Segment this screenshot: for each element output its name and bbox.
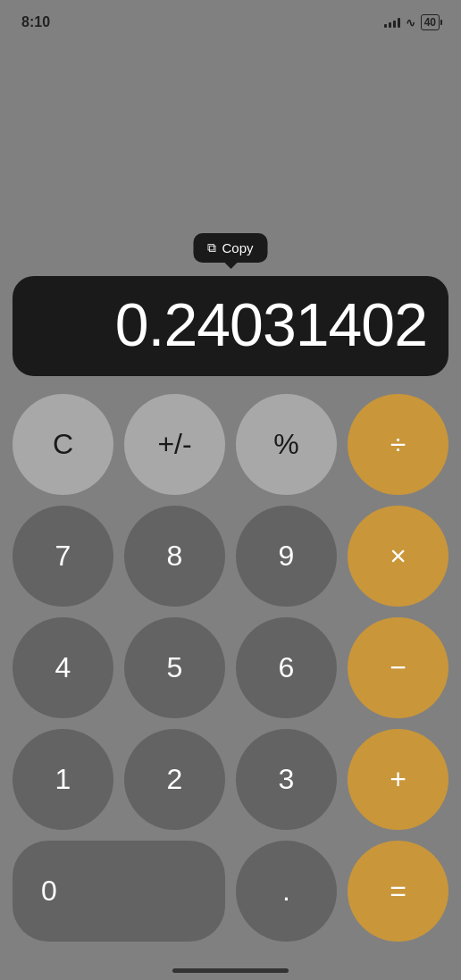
clear-button[interactable]: C xyxy=(13,394,113,495)
equals-label: = xyxy=(390,875,407,908)
decimal-button[interactable]: . xyxy=(236,841,337,942)
three-button[interactable]: 3 xyxy=(236,729,337,830)
three-label: 3 xyxy=(279,763,295,796)
wifi-icon: ∿ xyxy=(406,16,415,29)
buttons-grid: C +/- % ÷ 7 8 9 × xyxy=(13,394,448,942)
nine-button[interactable]: 9 xyxy=(236,506,337,607)
add-label: + xyxy=(390,763,407,796)
zero-label: 0 xyxy=(41,875,57,908)
divide-button[interactable]: ÷ xyxy=(348,394,448,495)
eight-label: 8 xyxy=(167,540,183,573)
decimal-label: . xyxy=(282,875,290,908)
display-container: ⧉ Copy 0.24031402 xyxy=(13,276,448,376)
seven-label: 7 xyxy=(55,540,71,573)
two-label: 2 xyxy=(167,763,183,796)
status-time: 8:10 xyxy=(21,14,50,30)
six-button[interactable]: 6 xyxy=(236,617,337,718)
nine-label: 9 xyxy=(279,540,295,573)
battery-icon: 40 xyxy=(421,14,440,30)
percent-label: % xyxy=(273,428,298,461)
copy-label: Copy xyxy=(222,240,253,255)
subtract-button[interactable]: − xyxy=(348,617,448,718)
calculator: ⧉ Copy 0.24031402 C +/- % ÷ 7 xyxy=(0,39,461,959)
one-label: 1 xyxy=(55,763,71,796)
eight-button[interactable]: 8 xyxy=(124,506,225,607)
copy-tooltip[interactable]: ⧉ Copy xyxy=(193,233,267,263)
negate-label: +/- xyxy=(157,428,191,461)
multiply-button[interactable]: × xyxy=(348,506,448,607)
divide-label: ÷ xyxy=(390,428,407,461)
seven-button[interactable]: 7 xyxy=(13,506,113,607)
copy-icon: ⧉ xyxy=(207,240,216,255)
phone-container: 8:10 ∿ 40 ⧉ Copy 0.24031402 xyxy=(0,0,461,980)
zero-button[interactable]: 0 xyxy=(13,841,225,942)
four-label: 4 xyxy=(55,651,71,684)
signal-icon xyxy=(384,17,400,28)
one-button[interactable]: 1 xyxy=(13,729,113,830)
equals-button[interactable]: = xyxy=(348,841,448,942)
negate-button[interactable]: +/- xyxy=(124,394,225,495)
subtract-label: − xyxy=(390,651,407,684)
clear-label: C xyxy=(53,428,73,461)
status-icons: ∿ 40 xyxy=(384,14,440,30)
add-button[interactable]: + xyxy=(348,729,448,830)
four-button[interactable]: 4 xyxy=(13,617,113,718)
five-button[interactable]: 5 xyxy=(124,617,225,718)
home-indicator xyxy=(172,968,289,973)
percent-button[interactable]: % xyxy=(236,394,337,495)
multiply-label: × xyxy=(390,540,407,573)
six-label: 6 xyxy=(279,651,295,684)
display-number: 0.24031402 xyxy=(13,276,448,376)
two-button[interactable]: 2 xyxy=(124,729,225,830)
five-label: 5 xyxy=(167,651,183,684)
status-bar: 8:10 ∿ 40 xyxy=(0,0,461,39)
